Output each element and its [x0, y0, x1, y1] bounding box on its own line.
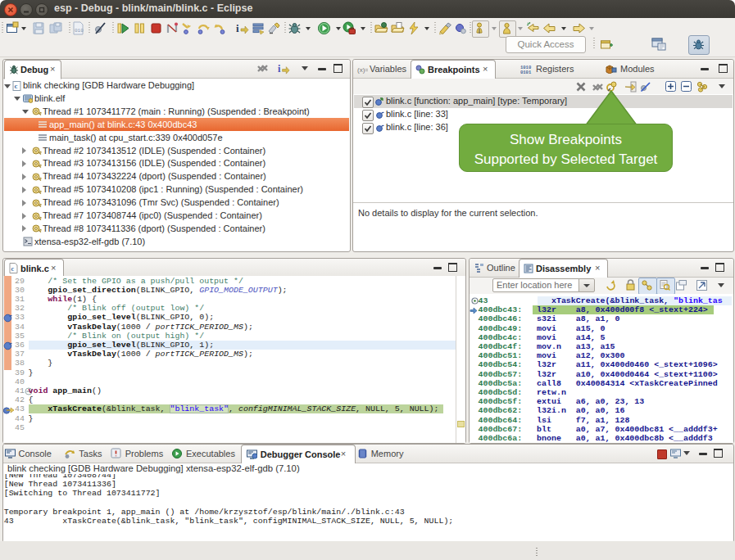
- svg-text:010: 010: [75, 28, 84, 34]
- svg-text:i: i: [236, 22, 239, 34]
- svg-text:(x)=: (x)=: [357, 66, 368, 74]
- svg-text:c: c: [15, 82, 18, 90]
- svg-text:0101: 0101: [520, 70, 532, 75]
- svg-text:i: i: [278, 63, 281, 75]
- svg-text:c: c: [11, 265, 15, 273]
